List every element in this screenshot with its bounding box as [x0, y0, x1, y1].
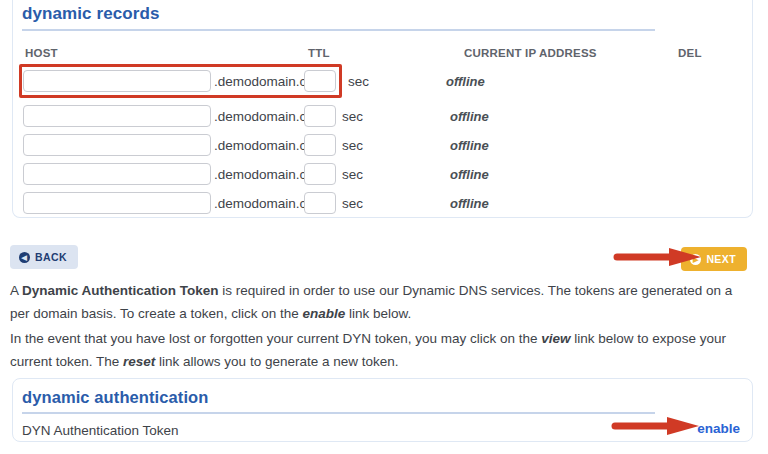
text-segment-view: view: [541, 331, 570, 346]
host-input[interactable]: [23, 134, 211, 156]
status-offline: offline: [450, 109, 489, 124]
next-button[interactable]: ▶ NEXT: [681, 247, 747, 271]
section-title-dynamic-records: dynamic records: [22, 4, 655, 31]
text-segment: A: [10, 283, 22, 298]
next-button-label: NEXT: [706, 253, 736, 265]
auth-token-row: DYN Authentication Token enable: [22, 421, 740, 439]
table-row: .demodomain.ca sec offline: [23, 163, 752, 185]
ttl-unit-label: sec: [348, 74, 369, 89]
back-button[interactable]: ◀ BACK: [10, 245, 78, 269]
dynamic-authentication-card: dynamic authentication DYN Authenticatio…: [12, 378, 753, 442]
column-header-current-ip: CURRENT IP ADDRESS: [464, 47, 597, 59]
enable-link[interactable]: enable: [697, 421, 740, 436]
table-row: .demodomain.ca sec offline: [19, 64, 752, 98]
dyn-token-label: DYN Authentication Token: [22, 423, 179, 438]
text-segment: In the event that you have lost or forgo…: [10, 331, 541, 346]
domain-suffix-label: .demodomain.ca: [214, 138, 304, 153]
domain-suffix-label: .demodomain.ca: [214, 167, 304, 182]
ttl-input[interactable]: [304, 105, 336, 127]
text-segment-enable: enable: [302, 306, 345, 321]
text-segment: link below.: [345, 306, 411, 321]
wizard-button-bar: ◀ BACK ▶ NEXT: [10, 245, 753, 269]
ttl-unit-label: sec: [342, 167, 363, 182]
domain-suffix-label: .demodomain.ca: [214, 74, 304, 89]
arrow-right-circle-icon: ▶: [690, 254, 701, 265]
text-segment: link allows you to generate a new token.: [155, 354, 398, 369]
table-row: .demodomain.ca sec offline: [23, 192, 752, 214]
status-offline: offline: [450, 196, 489, 211]
page: dynamic records HOST TTL CURRENT IP ADDR…: [0, 0, 768, 454]
ttl-input[interactable]: [304, 70, 336, 92]
arrow-left-circle-icon: ◀: [19, 252, 30, 263]
text-segment-reset: reset: [123, 354, 155, 369]
column-header-del: DEL: [678, 47, 702, 59]
ttl-input[interactable]: [304, 192, 336, 214]
token-recovery-paragraph: In the event that you have lost or forgo…: [10, 328, 755, 373]
status-offline: offline: [450, 138, 489, 153]
host-input[interactable]: [23, 70, 211, 92]
dynamic-records-card: dynamic records HOST TTL CURRENT IP ADDR…: [12, 0, 753, 218]
status-offline: offline: [446, 74, 485, 89]
status-offline: offline: [450, 167, 489, 182]
column-header-host: HOST: [25, 47, 58, 59]
table-header: HOST TTL CURRENT IP ADDRESS DEL: [13, 47, 752, 61]
ttl-unit-label: sec: [342, 109, 363, 124]
ttl-input[interactable]: [304, 163, 336, 185]
host-input[interactable]: [23, 105, 211, 127]
ttl-input[interactable]: [304, 134, 336, 156]
token-intro-paragraph: A Dynamic Authentication Token is requir…: [10, 280, 755, 325]
section-title-dynamic-authentication: dynamic authentication: [22, 388, 655, 414]
ttl-unit-label: sec: [342, 138, 363, 153]
table-row: .demodomain.ca sec offline: [23, 105, 752, 127]
domain-suffix-label: .demodomain.ca: [214, 109, 304, 124]
ttl-unit-label: sec: [342, 196, 363, 211]
back-button-label: BACK: [35, 251, 67, 263]
records-rows: .demodomain.ca sec offline .demodomain.c…: [23, 64, 752, 214]
table-row: .demodomain.ca sec offline: [23, 134, 752, 156]
text-segment-bold: Dynamic Authentication Token: [22, 283, 219, 298]
annotation-highlight-box: .demodomain.ca: [19, 64, 342, 98]
host-input[interactable]: [23, 163, 211, 185]
domain-suffix-label: .demodomain.ca: [214, 196, 304, 211]
host-input[interactable]: [23, 192, 211, 214]
column-header-ttl: TTL: [308, 47, 330, 59]
